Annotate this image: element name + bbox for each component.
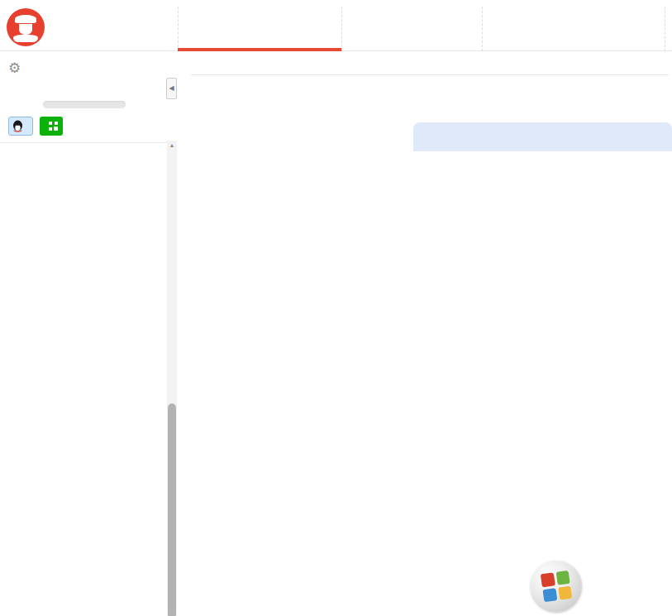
qq-chat-button[interactable]: [8, 117, 33, 136]
detective-logo-icon: [7, 8, 45, 46]
sidebar-divider: [0, 142, 167, 143]
main-content: [178, 51, 672, 616]
tab-free-plugin-download[interactable]: [482, 7, 665, 51]
sidebar-collapse-handle[interactable]: ◀: [166, 78, 177, 99]
app-window: ⚙ ◀ ▲: [0, 0, 672, 616]
scrollbar-up-arrow[interactable]: ▲: [167, 142, 177, 148]
scrollbar-thumb[interactable]: [168, 404, 176, 616]
top-header: [0, 0, 672, 51]
quota-progress-bar: [43, 101, 126, 108]
tab-competitor-shop-monitor[interactable]: [178, 7, 341, 51]
watermark: [531, 554, 672, 616]
sidebar: ⚙ ◀ ▲: [0, 51, 178, 616]
wechat-service-button[interactable]: [40, 117, 63, 136]
windows-logo-icon: [531, 561, 582, 612]
date-header-row: [413, 122, 672, 151]
date-column-1: [413, 122, 537, 151]
date-column-2: [537, 122, 661, 151]
logo[interactable]: [7, 8, 51, 46]
qq-penguin-icon: [12, 120, 23, 132]
settings-gear-icon[interactable]: ⚙: [8, 60, 21, 77]
sidebar-scrollbar[interactable]: ▲: [167, 141, 177, 616]
qr-code-icon: [49, 122, 58, 131]
content-divider: [191, 74, 669, 75]
tab-network-display-words[interactable]: [341, 7, 482, 51]
